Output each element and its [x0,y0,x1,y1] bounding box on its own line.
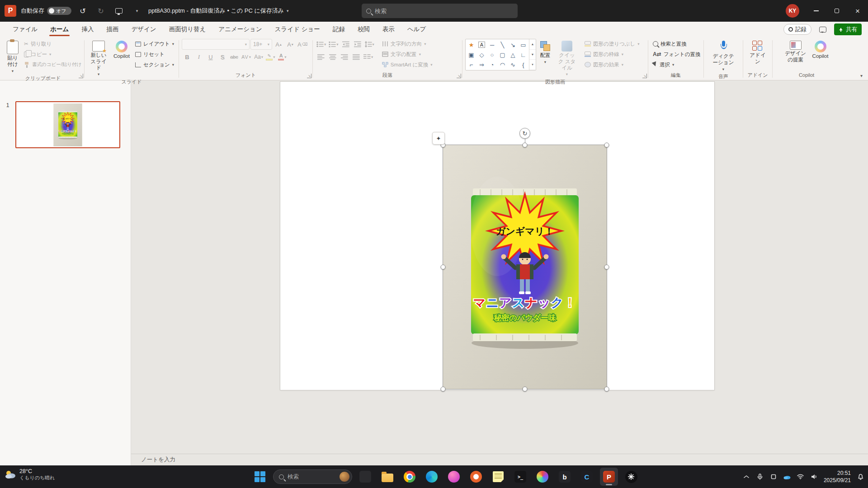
align-right-button[interactable] [339,52,350,62]
line-spacing-button[interactable]: ▾ [364,39,375,50]
copilot-button[interactable]: Copilot [810,39,831,61]
arrange-button[interactable]: 配置 ▾ [538,39,553,65]
shape-icon[interactable]: ▣ [466,50,476,60]
copy-button[interactable]: コピー▾ [22,49,83,59]
align-text-button[interactable]: 文字の配置▾ [380,49,434,59]
notification-bell-icon[interactable] [856,473,864,481]
gallery-down-icon[interactable]: ▼ [529,50,536,60]
taskbar-search-input[interactable] [288,474,330,480]
taskbar-file-explorer[interactable] [378,468,396,486]
find-replace-button[interactable]: 検索と置換 [651,39,689,49]
powerpoint-logo-icon[interactable]: P [5,5,16,17]
tab-home[interactable]: ホーム [44,22,75,37]
align-center-button[interactable] [327,52,338,62]
taskbar-app-dark[interactable] [356,468,374,486]
quick-access-chevron[interactable]: ▾ [130,4,144,18]
gallery-more-icon[interactable]: ▾ [529,60,536,70]
font-color-button[interactable]: A▾ [277,52,288,62]
taskbar-app-b[interactable]: b [556,468,574,486]
tab-transitions[interactable]: 画面切り替え [163,22,212,37]
taskbar-app-orange[interactable] [467,468,485,486]
taskbar-chrome[interactable] [401,468,419,486]
tray-expand-chevron[interactable] [742,473,750,481]
quick-styles-button[interactable]: クイック スタイル ▾ [554,39,580,78]
share-button[interactable]: 共有 [834,23,862,35]
tab-slideshow[interactable]: スライド ショー [269,22,326,37]
shape-icon[interactable]: A [478,42,485,48]
smart-actions-button[interactable]: ✦ [432,132,445,145]
taskbar-search[interactable] [273,469,352,484]
rotation-handle[interactable]: ↻ [519,128,530,139]
user-avatar[interactable]: KY [786,4,799,18]
align-left-button[interactable] [316,52,326,62]
copilot-button-small[interactable]: Copilot [111,39,132,61]
paragraph-dialog-launcher[interactable] [457,74,461,78]
bullets-button[interactable]: ▾ [316,39,327,50]
clear-formatting-button[interactable]: A⌫ [297,39,308,50]
tab-animations[interactable]: アニメーション [212,22,268,37]
shape-icon[interactable]: { [518,60,528,70]
text-direction-button[interactable]: 文字列の方向▾ [380,39,434,49]
taskbar-app-colorful[interactable] [533,468,552,486]
shape-icon[interactable]: ★ [466,40,476,50]
numbering-button[interactable]: ▾ [328,39,339,50]
shape-icon[interactable]: ∿ [508,60,518,70]
section-button[interactable]: セクション▾ [133,60,176,70]
resize-handle-e[interactable] [604,265,609,270]
shape-fill-button[interactable]: 図形の塗りつぶし▾ [583,39,642,49]
shape-icon[interactable]: △ [508,50,518,60]
shape-icon[interactable]: ◔ [487,60,497,70]
cut-button[interactable]: ✂切り取り [22,39,83,49]
autosave-switch-icon[interactable]: オフ [47,7,71,15]
tab-file[interactable]: ファイル [6,22,44,37]
resize-handle-ne[interactable] [604,143,609,148]
autosave-toggle[interactable]: 自動保存 オフ [21,7,71,15]
resize-handle-se[interactable] [604,387,609,392]
dictation-button[interactable]: ディクテーション ▾ [708,39,739,72]
taskbar-edge[interactable] [423,468,441,486]
start-presentation-button[interactable] [112,4,126,18]
shape-icon[interactable]: ▢ [497,50,508,60]
taskbar-powerpoint[interactable]: P [600,468,618,486]
tab-insert[interactable]: 挿入 [75,22,100,37]
tab-design[interactable]: デザイン [125,22,162,37]
collapse-ribbon-button[interactable]: ▾ [860,73,863,78]
format-painter-button[interactable]: 書式のコピー/貼り付け [22,60,83,70]
shape-icon[interactable]: ⌐ [466,60,476,70]
shape-icon[interactable]: ∟ [518,50,528,60]
drawing-dialog-launcher[interactable] [642,74,647,78]
decrease-indent-button[interactable] [340,39,351,50]
start-button[interactable] [251,468,269,486]
font-size-select[interactable]: 18+▾ [250,39,272,50]
strikethrough-button[interactable]: abc [229,52,240,62]
taskbar-terminal[interactable]: >_ [511,468,529,486]
reset-button[interactable]: リセット [133,49,176,59]
text-shadow-button[interactable]: S [217,52,228,62]
change-case-button[interactable]: Aa▾ [253,52,264,62]
volume-icon[interactable] [810,473,818,481]
taskbar-clock[interactable]: 20:51 2025/09/21 [824,469,851,484]
resize-handle-sw[interactable] [441,387,446,392]
shape-icon[interactable]: ⇒ [476,60,487,70]
undo-button[interactable]: ↺ [76,4,90,18]
resize-handle-s[interactable] [523,387,528,392]
shape-icon[interactable]: ◠ [497,60,508,70]
package-picture[interactable] [443,145,607,389]
bold-button[interactable]: B [182,52,193,62]
selected-picture[interactable]: ↻ [443,145,607,389]
font-dialog-launcher[interactable] [307,74,311,78]
tab-view[interactable]: 表示 [376,22,401,37]
increase-font-size-button[interactable]: A▴ [273,39,284,50]
taskbar-app-pink[interactable] [445,468,463,486]
paste-button[interactable]: 貼り付け ▾ [5,39,21,74]
slide-thumbnail-1[interactable] [15,101,120,148]
shape-effects-button[interactable]: 図形の効果▾ [583,60,642,70]
tab-review[interactable]: 校閲 [351,22,376,37]
shape-icon[interactable]: ○ [487,50,497,60]
justify-button[interactable] [351,52,362,62]
notes-input[interactable]: ノートを入力 [131,454,868,465]
replace-fonts-button[interactable]: A⇄フォントの置換 [651,49,703,59]
taskbar-chatgpt[interactable] [622,468,640,486]
shape-icon[interactable]: ◇ [476,50,487,60]
comments-button[interactable] [816,23,830,36]
